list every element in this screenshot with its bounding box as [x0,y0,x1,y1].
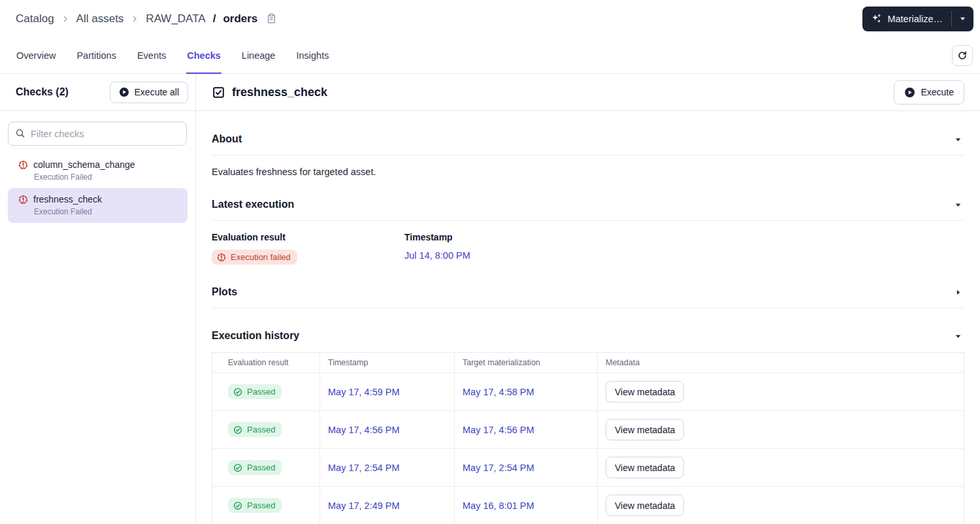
breadcrumb-path-separator: / [213,12,216,25]
table-header-row: Evaluation result Timestamp Target mater… [212,353,964,373]
table-row: Passed May 17, 4:56 PM May 17, 4:56 PM V… [212,411,964,449]
materialize-label: Materialize… [887,14,943,24]
breadcrumb: Catalog All assets RAW_DATA / orders [16,12,277,25]
copy-clipboard-icon[interactable] [266,13,277,24]
tab-insights[interactable]: Insights [295,37,329,73]
chevron-right-icon [131,15,139,23]
check-circle-icon [233,501,242,510]
tab-lineage[interactable]: Lineage [241,37,276,73]
plots-section-header: Plots [212,286,964,298]
latest-execution-heading: Latest execution [212,199,294,210]
target-materialization-link[interactable]: May 17, 4:58 PM [463,387,534,397]
materialize-split-button: Materialize… [862,7,973,31]
check-detail-panel: freshness_check Execute About Evaluates … [196,74,980,524]
timestamp-link[interactable]: May 17, 4:59 PM [328,387,400,397]
checkbox-checked-icon [212,86,225,99]
about-heading: About [212,133,242,145]
view-metadata-button[interactable]: View metadata [606,457,684,478]
breadcrumb-asset-name: orders [223,12,257,25]
check-circle-icon [233,425,242,434]
execution-history-heading: Execution history [212,330,299,342]
latest-execution-fields: Evaluation result Execution failed Times… [212,232,964,265]
status-badge-passed: Passed [228,384,282,399]
tabs-bar: OverviewPartitionsEventsChecksLineageIns… [0,37,980,74]
refresh-button[interactable] [952,45,973,66]
section-divider [212,155,964,156]
execute-all-button[interactable]: Execute all [110,82,188,103]
top-bar: Catalog All assets RAW_DATA / orders Mat… [0,0,980,37]
tab-list: OverviewPartitionsEventsChecksLineageIns… [16,37,329,73]
materialize-dropdown-button[interactable] [952,7,973,31]
check-item-name: freshness_check [33,194,102,205]
view-metadata-button[interactable]: View metadata [606,419,684,440]
check-circle-icon [233,463,242,472]
check-detail-body: About Evaluates freshness for targeted a… [196,111,980,524]
execute-label: Execute [921,87,954,97]
checks-list: column_schema_change Execution Failed fr… [0,154,195,223]
timestamp-link[interactable]: May 17, 2:49 PM [328,500,400,511]
breadcrumb-all-assets[interactable]: All assets [76,12,124,25]
status-badge-passed: Passed [228,460,282,475]
latest-timestamp-link[interactable]: Jul 14, 8:00 PM [404,250,470,261]
play-circle-icon [119,87,129,97]
filter-checks-input[interactable] [8,122,187,146]
column-header-target-materialization: Target materialization [455,353,598,372]
target-materialization-link[interactable]: May 17, 4:56 PM [463,425,534,435]
table-row: Passed May 17, 4:59 PM May 17, 4:58 PM V… [212,373,964,411]
checks-count-title: Checks (2) [16,86,69,98]
play-circle-icon [904,87,915,98]
table-row: Passed May 17, 2:54 PM May 17, 2:54 PM V… [212,449,964,487]
chevron-right-icon [61,15,69,23]
caret-down-icon [959,15,966,22]
checks-sidebar: Checks (2) Execute all column_schema_cha… [0,74,196,524]
execution-failed-icon [18,195,28,205]
target-materialization-link[interactable]: May 16, 8:01 PM [463,500,534,511]
latest-execution-section-header: Latest execution [212,199,964,210]
check-detail-header: freshness_check Execute [196,74,980,111]
check-item-status: Execution Failed [34,172,181,182]
tab-checks[interactable]: Checks [186,37,221,73]
status-badge-label: Passed [247,463,275,472]
execute-button[interactable]: Execute [894,80,964,105]
materialize-button[interactable]: Materialize… [862,7,951,31]
check-list-item-column_schema_change[interactable]: column_schema_change Execution Failed [8,154,188,188]
search-icon [15,128,25,139]
check-item-status: Execution Failed [34,207,181,216]
collapse-caret-down-icon[interactable] [952,135,964,144]
table-row: Passed May 17, 2:49 PM May 16, 8:01 PM V… [212,487,964,524]
view-metadata-button[interactable]: View metadata [606,495,684,516]
status-badge-execution-failed: Execution failed [212,250,297,265]
history-table-body: Passed May 17, 4:59 PM May 17, 4:58 PM V… [212,373,964,524]
section-divider [212,220,964,221]
collapse-caret-down-icon[interactable] [952,331,964,341]
check-item-name: column_schema_change [33,159,135,170]
execution-history-section-header: Execution history [212,330,964,342]
sidebar-header: Checks (2) Execute all [0,74,195,111]
timestamp-link[interactable]: May 17, 4:56 PM [328,425,400,435]
target-materialization-link[interactable]: May 17, 2:54 PM [463,463,534,473]
about-description: Evaluates freshness for targeted asset. [212,167,964,177]
view-metadata-button[interactable]: View metadata [606,381,684,402]
execution-history-table: Evaluation result Timestamp Target mater… [212,352,964,524]
tab-overview[interactable]: Overview [16,37,56,73]
collapse-caret-down-icon[interactable] [952,200,964,210]
status-badge-label: Passed [247,500,275,510]
evaluation-result-field: Evaluation result Execution failed [212,232,404,265]
collapse-caret-right-icon[interactable] [952,287,964,297]
breadcrumb-catalog[interactable]: Catalog [16,12,54,25]
status-badge-label: Passed [247,425,275,434]
evaluation-result-label: Evaluation result [212,232,404,242]
timestamp-link[interactable]: May 17, 2:54 PM [328,463,400,473]
tab-events[interactable]: Events [137,37,167,73]
timestamp-label: Timestamp [404,232,964,242]
breadcrumb-asset-prefix[interactable]: RAW_DATA [146,12,205,25]
section-divider [212,308,964,308]
execution-failed-icon [18,160,28,170]
about-section-header: About [212,133,964,145]
check-list-item-freshness_check[interactable]: freshness_check Execution Failed [8,188,188,223]
tab-partitions[interactable]: Partitions [76,37,116,73]
status-badge-label: Passed [247,387,275,397]
column-header-evaluation-result: Evaluation result [212,353,320,372]
sparkle-icon [871,13,882,24]
execute-all-label: Execute all [135,87,179,97]
